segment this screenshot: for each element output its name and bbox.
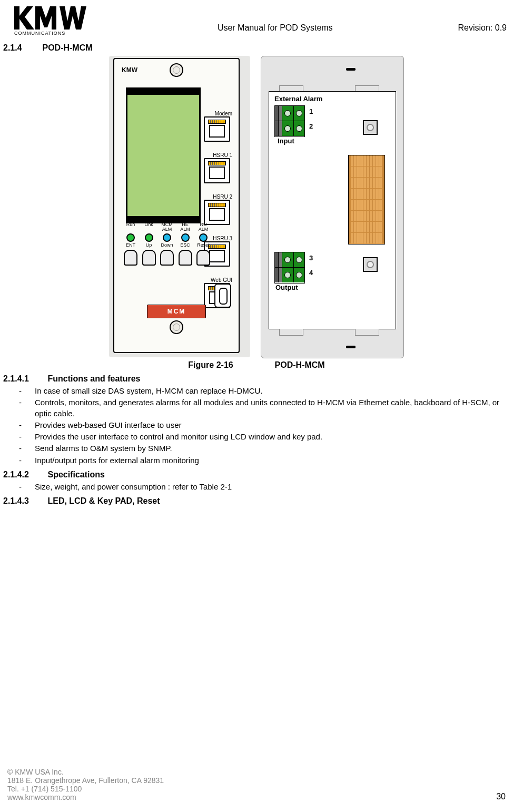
hex-screw-icon bbox=[363, 120, 378, 135]
device-brand-label: KMW bbox=[122, 66, 137, 74]
port-hsru2: HSRU 2 bbox=[204, 194, 233, 225]
lcd-screen bbox=[126, 87, 201, 223]
slot-icon bbox=[346, 346, 356, 348]
bullet-list: Size, weight, and power consumption : re… bbox=[3, 482, 510, 492]
device-rear-illustration: External Alarm 1 2 Input bbox=[261, 56, 404, 358]
key-label: ESC bbox=[177, 243, 193, 248]
footer-address: 1818 E. Orangethrope Ave, Fullerton, CA … bbox=[7, 776, 164, 785]
subsection-number: 2.1.4.3 bbox=[3, 496, 45, 506]
led-label: RU ALM bbox=[195, 222, 211, 232]
screw-icon bbox=[170, 63, 183, 77]
subsection-title: Functions and features bbox=[47, 374, 140, 383]
document-title: User Manual for POD Systems bbox=[218, 23, 333, 33]
figure-caption: Figure 2-16 POD-H-MCM bbox=[3, 360, 510, 370]
footer-web: www.kmwcomm.com bbox=[7, 793, 164, 801]
pin-number: 1 bbox=[309, 107, 313, 115]
slot-icon bbox=[346, 68, 356, 71]
list-item: Input/output ports for external alarm mo… bbox=[3, 455, 510, 466]
input-label: Input bbox=[278, 137, 294, 145]
keycap-icon bbox=[124, 250, 137, 266]
rj45-icon bbox=[204, 116, 230, 142]
figure-title: POD-H-MCM bbox=[275, 360, 325, 369]
port-label: Modem bbox=[204, 111, 233, 116]
section-heading: 2.1.4 POD-H-MCM bbox=[3, 39, 510, 53]
subsection-number: 2.1.4.2 bbox=[3, 470, 45, 480]
hex-screw-icon bbox=[363, 257, 378, 272]
kmw-logo-icon: COMMUNICATIONS bbox=[13, 2, 92, 37]
led-label: MCM ALM bbox=[159, 222, 175, 232]
list-item: Send alarms to O&M system by SNMP. bbox=[3, 443, 510, 454]
keycap-icon bbox=[160, 250, 174, 266]
logo: COMMUNICATIONS bbox=[13, 2, 92, 37]
rj45-icon bbox=[204, 200, 230, 225]
section-title: POD-H-MCM bbox=[42, 43, 92, 52]
document-revision: Revision: 0.9 bbox=[458, 23, 507, 33]
page-number: 30 bbox=[496, 792, 506, 801]
list-item: Size, weight, and power consumption : re… bbox=[3, 482, 510, 492]
logo-subtext: COMMUNICATIONS bbox=[14, 31, 65, 36]
figure-row: KMW Modem HSRU 1 HSRU 2 bbox=[3, 56, 510, 358]
subsection-title: LED, LCD & Key PAD, Reset bbox=[47, 496, 160, 505]
port-label: HSRU 1 bbox=[204, 152, 233, 158]
bullet-list: In case of small size DAS system, H-MCM … bbox=[3, 386, 510, 466]
led-icon bbox=[145, 233, 153, 242]
subsection-heading: 2.1.4.2 Specifications bbox=[3, 470, 510, 480]
list-item: In case of small size DAS system, H-MCM … bbox=[3, 386, 510, 396]
port-modem: Modem bbox=[204, 111, 233, 142]
module-label: MCM bbox=[147, 305, 206, 318]
port-label: Web GUI bbox=[204, 277, 233, 283]
list-item: Controls, monitors, and generates alarms… bbox=[3, 397, 510, 419]
port-hsru1: HSRU 1 bbox=[204, 152, 233, 183]
led-keypad-block: Run Link MCM ALM HE ALM RU ALM bbox=[123, 222, 211, 266]
pin-number: 2 bbox=[309, 122, 313, 130]
subsection-number: 2.1.4.1 bbox=[3, 374, 45, 384]
footer-copyright: © KMW USA Inc. bbox=[7, 768, 164, 776]
pin-number: 4 bbox=[309, 269, 313, 277]
subsection-heading: 2.1.4.3 LED, LCD & Key PAD, Reset bbox=[3, 496, 510, 506]
port-label: HSRU 2 bbox=[204, 194, 233, 200]
key-label: Down bbox=[159, 243, 175, 248]
terminal-block-output bbox=[274, 252, 305, 283]
key-label: ENT bbox=[123, 243, 139, 248]
keycap-icon bbox=[179, 250, 192, 266]
external-alarm-label: External Alarm bbox=[274, 95, 322, 103]
device-front-illustration: KMW Modem HSRU 1 HSRU 2 bbox=[109, 56, 250, 357]
switch-icon bbox=[214, 283, 231, 308]
led-icon bbox=[199, 233, 208, 242]
led-label: Run bbox=[123, 222, 139, 232]
subsection-title: Specifications bbox=[47, 470, 104, 479]
list-item: Provides web-based GUI interface to user bbox=[3, 420, 510, 431]
keycap-icon bbox=[142, 250, 156, 266]
footer-tel: Tel. +1 (714) 515-1100 bbox=[7, 785, 164, 793]
led-label: Link bbox=[141, 222, 157, 232]
key-label: Up bbox=[141, 243, 157, 248]
backplane-connector-icon bbox=[348, 155, 385, 244]
led-icon bbox=[126, 233, 135, 242]
list-item: Provides the user interface to control a… bbox=[3, 432, 510, 442]
pin-number: 3 bbox=[309, 254, 313, 262]
screw-icon bbox=[170, 320, 183, 334]
figure-label: Figure 2-16 bbox=[188, 360, 233, 369]
keycap-icon bbox=[196, 250, 210, 266]
rj45-icon bbox=[204, 158, 230, 183]
output-label: Output bbox=[275, 283, 298, 291]
led-icon bbox=[181, 233, 190, 242]
led-label: HE ALM bbox=[177, 222, 193, 232]
page-footer: © KMW USA Inc. 1818 E. Orangethrope Ave,… bbox=[7, 768, 506, 801]
led-icon bbox=[163, 233, 171, 242]
page-header: COMMUNICATIONS User Manual for POD Syste… bbox=[0, 0, 513, 39]
section-number: 2.1.4 bbox=[3, 43, 40, 53]
terminal-block-input bbox=[274, 105, 305, 137]
subsection-heading: 2.1.4.1 Functions and features bbox=[3, 374, 510, 384]
key-label: Reset bbox=[195, 243, 211, 248]
